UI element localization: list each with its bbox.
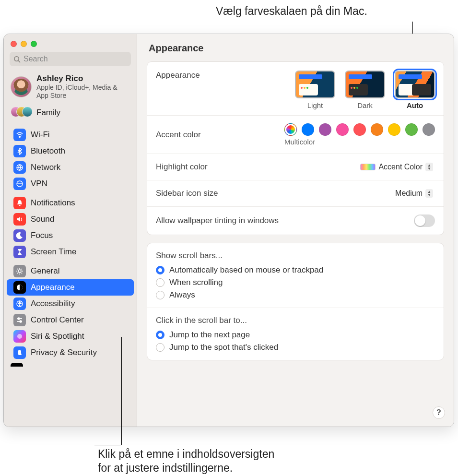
row-wallpaper-tinting: Allow wallpaper tinting in windows xyxy=(147,207,444,235)
zoom-button[interactable] xyxy=(31,41,37,47)
hand-icon xyxy=(13,346,26,359)
sidebar-item-bluetooth[interactable]: Bluetooth xyxy=(7,143,134,159)
gear-icon xyxy=(13,265,26,277)
accent-yellow[interactable] xyxy=(388,123,400,136)
sidebar-item-accessibility[interactable]: Accessibility xyxy=(7,296,134,312)
sidebar-item-label: Siri & Spotlight xyxy=(31,332,84,341)
accent-orange[interactable] xyxy=(371,123,383,136)
row-appearance: Appearance Light Dark Auto xyxy=(147,62,444,116)
radio-icon xyxy=(156,266,164,274)
radio-label: Jump to the next page xyxy=(169,330,250,340)
appearance-icon xyxy=(13,281,26,294)
controls-icon xyxy=(13,314,26,326)
sidebar-item-label: Accessibility xyxy=(31,299,75,309)
accent-graphite[interactable] xyxy=(423,123,435,136)
moon-icon xyxy=(13,229,26,242)
sidebar-item-apple-id[interactable]: Ashley Rico Apple ID, iCloud+, Media & A… xyxy=(4,71,137,104)
sidebar-icon-popup[interactable]: Medium ▲▼ xyxy=(391,188,435,199)
highlight-popup[interactable]: Accent Color ▲▼ xyxy=(356,162,435,172)
sidebar-icon-label: Sidebar icon size xyxy=(156,189,218,198)
sidebar-item-control-center[interactable]: Control Center xyxy=(7,312,134,328)
radio-label: Always xyxy=(169,290,195,300)
appearance-caption: Auto xyxy=(407,101,423,109)
sidebar-item-family[interactable]: Family xyxy=(4,104,137,124)
accent-green[interactable] xyxy=(405,123,418,136)
row-click-scrollbar: Click in the scroll bar to... Jump to th… xyxy=(147,308,444,360)
accent-purple[interactable] xyxy=(319,123,331,136)
sidebar-item-label: Privacy & Security xyxy=(31,348,97,357)
radio-label: Jump to the spot that's clicked xyxy=(169,343,278,352)
radio-icon xyxy=(156,343,164,352)
sidebar-item-label: Wi-Fi xyxy=(31,130,50,140)
sidebar-item-network[interactable]: Network xyxy=(7,159,134,176)
sidebar-item-label: Network xyxy=(31,163,60,172)
appearance-caption: Light xyxy=(307,101,323,109)
row-sidebar-icon-size: Sidebar icon size Medium ▲▼ xyxy=(147,180,444,207)
sidebar-item-siri-spotlight[interactable]: Siri & Spotlight xyxy=(7,328,134,345)
highlight-label: Highlight color xyxy=(156,162,208,172)
svg-point-8 xyxy=(19,302,21,303)
sidebar-item-label: Focus xyxy=(31,231,53,240)
search-icon xyxy=(13,56,21,63)
accent-multicolor[interactable] xyxy=(284,123,297,136)
appearance-option-auto[interactable]: Auto xyxy=(395,71,435,109)
sidebar-item-appearance[interactable]: Appearance xyxy=(7,279,134,296)
callout-top: Vælg farveskalaen på din Mac. xyxy=(216,5,367,18)
radio-scroll-auto[interactable]: Automatically based on mouse or trackpad xyxy=(156,265,435,275)
chevrons-icon: ▲▼ xyxy=(425,163,433,171)
accent-label: Accent color xyxy=(156,130,201,140)
sound-icon xyxy=(13,213,26,226)
accent-pink[interactable] xyxy=(336,123,349,136)
radio-click-spot[interactable]: Jump to the spot that's clicked xyxy=(156,343,435,352)
scrollbars-header: Show scroll bars... xyxy=(156,251,435,261)
appearance-option-dark[interactable]: Dark xyxy=(345,71,385,109)
svg-line-1 xyxy=(18,60,20,62)
radio-scroll-when[interactable]: When scrolling xyxy=(156,278,435,287)
panel-appearance: Appearance Light Dark Auto xyxy=(147,61,444,235)
appearance-label: Appearance xyxy=(156,71,200,80)
sidebar-item-privacy-security[interactable]: Privacy & Security xyxy=(7,345,134,361)
traffic-lights xyxy=(4,34,137,51)
row-accent-color: Accent color Multicolor xyxy=(147,116,444,154)
sidebar-item-general[interactable]: General xyxy=(7,263,134,279)
siri-icon xyxy=(13,330,26,343)
close-button[interactable] xyxy=(11,41,17,47)
sidebar-item-label: Bluetooth xyxy=(31,146,65,156)
search-input[interactable]: Search xyxy=(10,52,131,66)
account-name: Ashley Rico xyxy=(36,74,128,83)
help-button[interactable]: ? xyxy=(433,406,445,419)
sidebar-scroll[interactable]: Wi-Fi Bluetooth Network VPN xyxy=(4,124,137,427)
panel-scroll: Show scroll bars... Automatically based … xyxy=(147,243,444,360)
sidebar-item-label: VPN xyxy=(31,179,47,189)
wifi-icon xyxy=(13,129,26,141)
account-subtitle: Apple ID, iCloud+, Media & App Store xyxy=(36,83,128,100)
bell-icon xyxy=(13,197,26,209)
network-icon xyxy=(13,161,26,174)
sidebar: Search Ashley Rico Apple ID, iCloud+, Me… xyxy=(4,34,137,427)
svg-point-10 xyxy=(18,318,20,320)
sidebar-item-label: Sound xyxy=(31,214,54,224)
sidebar-item-focus[interactable]: Focus xyxy=(7,227,134,244)
sidebar-item-sound[interactable]: Sound xyxy=(7,211,134,227)
svg-point-0 xyxy=(14,56,19,60)
minimize-button[interactable] xyxy=(21,41,27,47)
radio-scroll-always[interactable]: Always xyxy=(156,290,435,300)
radio-label: When scrolling xyxy=(169,278,223,287)
radio-icon xyxy=(156,331,164,339)
sidebar-item-screen-time[interactable]: Screen Time xyxy=(7,244,134,260)
accent-red[interactable] xyxy=(353,123,366,136)
accent-blue[interactable] xyxy=(302,123,314,136)
appearance-caption: Dark xyxy=(357,101,373,109)
appearance-option-light[interactable]: Light xyxy=(295,71,335,109)
tinting-toggle[interactable] xyxy=(414,214,435,227)
sidebar-item-notifications[interactable]: Notifications xyxy=(7,195,134,211)
radio-click-next-page[interactable]: Jump to the next page xyxy=(156,330,435,340)
sidebar-item-vpn[interactable]: VPN xyxy=(7,176,134,192)
family-label: Family xyxy=(36,108,60,118)
page-title: Appearance xyxy=(137,34,454,61)
callout-bottom: Klik på et emne i indholdsoversigten for… xyxy=(98,447,274,476)
sidebar-item-wifi[interactable]: Wi-Fi xyxy=(7,127,134,143)
svg-point-2 xyxy=(19,136,21,138)
svg-point-12 xyxy=(20,321,22,322)
row-highlight-color: Highlight color Accent Color ▲▼ xyxy=(147,154,444,180)
